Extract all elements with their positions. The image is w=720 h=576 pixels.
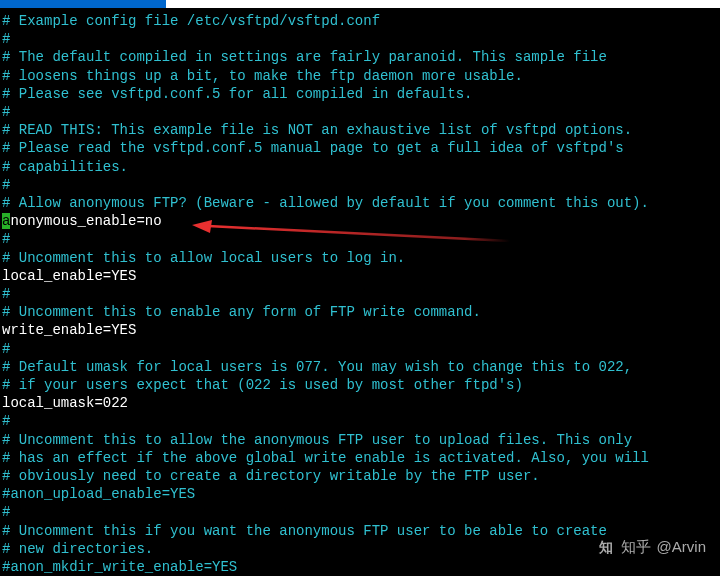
code-line: # (2, 340, 718, 358)
code-line: local_enable=YES (2, 267, 718, 285)
code-line: # loosens things up a bit, to make the f… (2, 67, 718, 85)
code-line: #anon_mkdir_write_enable=YES (2, 558, 718, 576)
code-line: # (2, 30, 718, 48)
code-line: # Uncomment this to allow the anonymous … (2, 431, 718, 449)
code-line: # READ THIS: This example file is NOT an… (2, 121, 718, 139)
code-line: # Allow anonymous FTP? (Beware - allowed… (2, 194, 718, 212)
code-line: #anon_upload_enable=YES (2, 485, 718, 503)
code-line: # (2, 412, 718, 430)
code-line: # Please see vsftpd.conf.5 for all compi… (2, 85, 718, 103)
zhihu-icon: 知 (597, 538, 615, 556)
terminal-editor[interactable]: # Example config file /etc/vsftpd/vsftpd… (0, 8, 720, 576)
code-line: # Example config file /etc/vsftpd/vsftpd… (2, 12, 718, 30)
code-line: # capabilities. (2, 158, 718, 176)
code-line: # has an effect if the above global writ… (2, 449, 718, 467)
code-line: # Uncomment this to allow local users to… (2, 249, 718, 267)
code-line: anonymous_enable=no (2, 212, 718, 230)
code-line: # if your users expect that (022 is used… (2, 376, 718, 394)
code-line: # The default compiled in settings are f… (2, 48, 718, 66)
window-titlebar (0, 0, 720, 8)
code-line: # Please read the vsftpd.conf.5 manual p… (2, 139, 718, 157)
watermark: 知 知乎 @Arvin (597, 538, 706, 556)
watermark-author: @Arvin (657, 538, 706, 556)
code-line: # (2, 103, 718, 121)
code-line: # Uncomment this to enable any form of F… (2, 303, 718, 321)
code-line: # (2, 285, 718, 303)
watermark-site: 知乎 (621, 538, 651, 556)
code-line: # (2, 503, 718, 521)
code-line: # (2, 176, 718, 194)
code-line: local_umask=022 (2, 394, 718, 412)
code-line: # obviously need to create a directory w… (2, 467, 718, 485)
code-line: write_enable=YES (2, 321, 718, 339)
code-line: # Default umask for local users is 077. … (2, 358, 718, 376)
code-line: # (2, 230, 718, 248)
